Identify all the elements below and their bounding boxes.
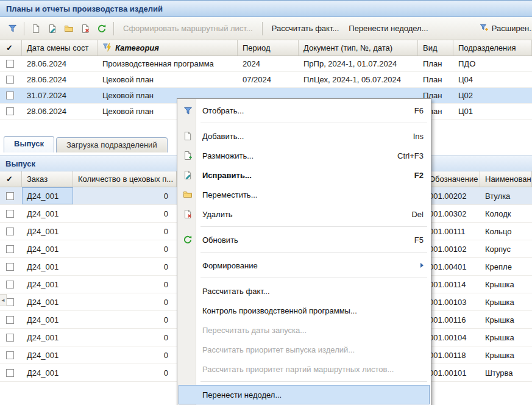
select-all-checkmark: ✓ bbox=[6, 174, 13, 184]
menu-item[interactable]: Отобрать...F6 bbox=[179, 101, 430, 120]
cell-designation: 001.00101 bbox=[424, 364, 480, 381]
row-checkbox[interactable] bbox=[6, 210, 14, 218]
menu-item[interactable]: Формирование bbox=[179, 256, 430, 275]
menu-item[interactable]: Исправить...F2 bbox=[179, 165, 430, 185]
menu-item-label: Переместить... bbox=[202, 190, 424, 199]
col-header-date[interactable]: Дата смены сост bbox=[22, 40, 98, 56]
splitter-collapse-arrow[interactable]: ◄ bbox=[0, 294, 7, 306]
menu-item[interactable]: Переместить... bbox=[179, 185, 430, 204]
row-checkbox[interactable] bbox=[6, 76, 14, 84]
cell-divisions: Ц04 bbox=[453, 72, 532, 87]
row-checkbox[interactable] bbox=[6, 263, 14, 271]
select-all-header[interactable]: ✓ bbox=[0, 40, 22, 56]
row-checkbox[interactable] bbox=[6, 369, 14, 377]
row-checkbox[interactable] bbox=[6, 351, 14, 359]
cell-qty: 0 bbox=[73, 346, 177, 364]
menu-item-label: Исправить... bbox=[202, 171, 408, 180]
menu-item[interactable]: УдалитьDel bbox=[179, 204, 430, 224]
calc-fact-button[interactable]: Рассчитать факт... bbox=[267, 21, 344, 35]
add-doc-icon[interactable] bbox=[29, 21, 43, 36]
toolbar-separator bbox=[113, 22, 114, 35]
filter-icon[interactable] bbox=[5, 21, 20, 36]
cell-kind: План bbox=[418, 72, 453, 87]
plans-table-header: ✓ Дата смены сост Категория Период Докум… bbox=[0, 40, 532, 56]
cell-name: Крышка bbox=[480, 276, 532, 293]
col-header-kind[interactable]: Вид bbox=[418, 40, 453, 56]
toolbar-filter-group bbox=[5, 21, 20, 36]
delete-doc-icon[interactable] bbox=[78, 21, 93, 36]
row-select-cell bbox=[0, 364, 22, 381]
menu-item[interactable]: Перенести недодел... bbox=[179, 385, 430, 404]
advanced-search-label: Расширен... bbox=[492, 24, 532, 33]
cell-order: Д24_001 bbox=[22, 223, 73, 240]
cell-designation: 001.00114 bbox=[424, 276, 480, 293]
row-select-cell bbox=[0, 240, 22, 257]
menu-separator bbox=[179, 224, 430, 230]
col-header-order[interactable]: Заказ bbox=[22, 171, 73, 187]
cell-designation: 001.00202 bbox=[424, 187, 480, 204]
move-folder-icon[interactable] bbox=[62, 21, 76, 36]
row-select-cell bbox=[0, 258, 22, 275]
row-select-cell bbox=[0, 329, 22, 346]
row-select-cell bbox=[0, 205, 22, 222]
col-header-qty[interactable]: Количество в цеховых п... bbox=[73, 171, 177, 187]
row-select-cell bbox=[0, 187, 22, 204]
cell-qty: 0 bbox=[73, 311, 177, 328]
row-checkbox[interactable] bbox=[6, 91, 14, 99]
cell-designation: 001.00111 bbox=[424, 223, 480, 240]
cell-order: Д24_001 bbox=[22, 205, 73, 222]
edit-doc-icon bbox=[179, 170, 197, 180]
row-checkbox[interactable] bbox=[6, 298, 14, 306]
col-header-name[interactable]: Наименование bbox=[480, 171, 532, 187]
cell-designation: 001.00401 bbox=[424, 258, 480, 275]
cell-order: Д24_001 bbox=[22, 276, 73, 293]
menu-item[interactable]: ОбновитьF5 bbox=[179, 230, 430, 249]
submenu-arrow-icon bbox=[420, 263, 424, 268]
row-checkbox[interactable] bbox=[6, 60, 14, 68]
select-all-header[interactable]: ✓ bbox=[0, 171, 22, 187]
row-checkbox[interactable] bbox=[6, 107, 14, 115]
tab-load-divisions[interactable]: Загрузка подразделений bbox=[56, 137, 168, 152]
cell-name: Крышка bbox=[480, 311, 532, 328]
col-header-period[interactable]: Период bbox=[238, 40, 299, 56]
cell-document: ПлЦех, 2024-1, 05.07.2024 bbox=[299, 72, 418, 87]
col-header-document[interactable]: Документ (тип, №, дата) bbox=[299, 40, 418, 56]
menu-item[interactable]: Контроль производственной программы... bbox=[179, 301, 430, 320]
window-titlebar: Планы и отчеты производства изделий bbox=[0, 0, 532, 17]
cell-kind: План bbox=[418, 56, 453, 71]
row-checkbox[interactable] bbox=[6, 316, 14, 324]
window-title: Планы и отчеты производства изделий bbox=[6, 4, 163, 13]
row-checkbox[interactable] bbox=[6, 228, 14, 235]
refresh-icon[interactable] bbox=[94, 21, 109, 36]
edit-doc-icon[interactable] bbox=[45, 21, 60, 36]
row-select-cell bbox=[0, 276, 22, 293]
menu-item-label: Рассчитать приоритет партий маршрутных л… bbox=[202, 365, 424, 374]
menu-item[interactable]: Размножить...Ctrl+F3 bbox=[179, 146, 430, 165]
toolbar-separator bbox=[24, 22, 24, 35]
row-checkbox[interactable] bbox=[6, 334, 14, 342]
menu-item[interactable]: Рассчитать факт... bbox=[179, 281, 430, 301]
cell-category: Цеховой план bbox=[98, 72, 238, 87]
col-header-divisions[interactable]: Подразделения bbox=[453, 40, 532, 56]
row-select-cell bbox=[0, 88, 22, 103]
row-checkbox[interactable] bbox=[6, 281, 14, 289]
row-select-cell bbox=[0, 223, 22, 240]
col-header-designation[interactable]: Обозначение bbox=[424, 171, 480, 187]
cell-order: Д24_001 bbox=[22, 258, 73, 275]
cell-date: 28.06.2024 bbox=[22, 72, 98, 87]
row-select-cell bbox=[0, 104, 22, 119]
row-checkbox[interactable] bbox=[6, 245, 14, 253]
menu-item-label: Удалить bbox=[202, 210, 405, 219]
menu-item[interactable]: Добавить...Ins bbox=[179, 126, 430, 146]
col-header-category[interactable]: Категория bbox=[98, 40, 238, 56]
tab-output[interactable]: Выпуск bbox=[4, 136, 54, 152]
row-checkbox[interactable] bbox=[6, 192, 14, 200]
cell-name: Крышка bbox=[480, 293, 532, 310]
category-header-label: Категория bbox=[115, 43, 159, 52]
transfer-shortfall-button[interactable]: Перенести недодел... bbox=[344, 21, 433, 35]
advanced-search-button[interactable]: Расширен... bbox=[476, 21, 532, 37]
menu-item-label: Контроль производственной программы... bbox=[202, 306, 424, 315]
table-row[interactable]: 28.06.2024Цеховой план07/2024ПлЦех, 2024… bbox=[0, 72, 532, 88]
menu-shortcut: F2 bbox=[414, 171, 424, 180]
table-row[interactable]: 28.06.2024Производственная программа2024… bbox=[0, 56, 532, 72]
